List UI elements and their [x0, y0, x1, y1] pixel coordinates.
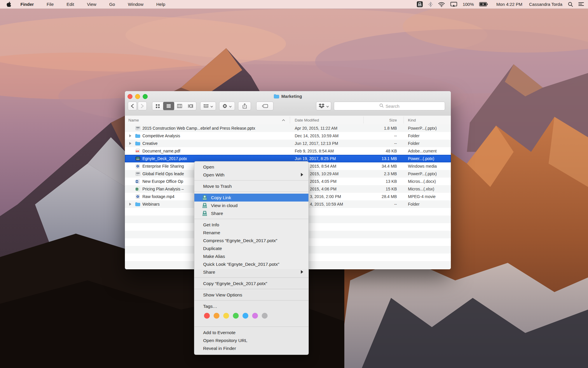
file-name: Pricing Plan Analysis – [142, 185, 184, 193]
menu-item-add-to-evernote[interactable]: Add to Evernote [194, 329, 308, 336]
file-size: 2.3 MB [329, 170, 397, 178]
menu-item-make-alias[interactable]: Make Alias [194, 252, 308, 260]
menu-item-reveal-in-finder[interactable]: Reveal in Finder [194, 344, 308, 352]
wifi-icon[interactable] [435, 0, 448, 8]
column-divider[interactable] [290, 117, 290, 124]
tag-color-dot-7[interactable] [262, 313, 268, 319]
file-kind: Folder [408, 132, 420, 140]
menu-item-copy-link[interactable]: Copy Link [194, 194, 308, 202]
egnyte-menubar-icon[interactable] [414, 0, 425, 8]
notification-center-icon[interactable] [576, 0, 588, 8]
file-kind: Micros...(.docx) [408, 178, 436, 185]
action-gear-button[interactable] [219, 102, 235, 110]
menu-item-duplicate[interactable]: Duplicate [194, 244, 308, 252]
tag-button[interactable] [256, 102, 273, 110]
folder-icon [135, 200, 141, 208]
menubar-item-window[interactable]: Window [128, 2, 143, 7]
menu-item-share[interactable]: Share [194, 268, 308, 276]
disclosure-triangle-icon[interactable] [129, 142, 131, 145]
file-name: Enterprise File Sharing [142, 162, 184, 170]
menu-separator [194, 192, 308, 192]
airplay-display-icon[interactable] [448, 0, 460, 8]
menu-item-copy-egnyte-deck-2017-potx[interactable]: Copy “Egnyte_Deck_2017.potx” [194, 280, 308, 287]
file-kind: PowerP...(.pptx) [408, 170, 437, 178]
file-size: 15 KB [329, 185, 397, 193]
menu-item-label: Make Alias [203, 254, 225, 259]
column-view-button[interactable] [174, 102, 185, 110]
menubar-item-view[interactable]: View [87, 2, 96, 7]
search-input[interactable]: Search [334, 102, 445, 110]
file-row-1[interactable]: 2015 Construction Web Camp...ebrief and … [125, 124, 451, 132]
menu-item-open[interactable]: Open [194, 163, 308, 171]
coverflow-view-button[interactable] [185, 102, 196, 110]
disclosure-triangle-icon[interactable] [129, 203, 131, 206]
menubar-user[interactable]: Cassandra Torda [526, 2, 565, 7]
window-title: Marketing [125, 91, 451, 101]
egnyte-icon [202, 202, 208, 209]
menu-item-label: Open Repository URL [203, 338, 247, 343]
file-size: 1.8 MB [329, 124, 397, 132]
group-by-button[interactable] [200, 102, 216, 110]
bluetooth-icon[interactable] [425, 0, 435, 8]
tag-color-dot-2[interactable] [214, 313, 219, 319]
menu-item-show-view-options[interactable]: Show View Options [194, 291, 308, 299]
back-button[interactable] [128, 102, 137, 110]
apple-menu-icon[interactable] [6, 1, 11, 7]
file-size: 13.1 MB [329, 155, 397, 162]
tag-color-dot-6[interactable] [252, 313, 258, 319]
share-button[interactable] [238, 102, 251, 110]
battery-percentage: 100% [460, 2, 476, 7]
menu-item-view-in-cloud[interactable]: View in cloud [194, 202, 308, 209]
list-view-button[interactable] [163, 102, 174, 110]
column-header-date-modified[interactable]: Date Modified [295, 116, 319, 124]
column-divider[interactable] [404, 117, 404, 124]
file-name: 2015 Construction Web Camp...ebrief and … [142, 124, 255, 132]
file-kind: Folder [408, 140, 420, 147]
tag-color-dot-4[interactable] [233, 313, 239, 319]
svg-text:X: X [136, 188, 138, 190]
menubar-item-file[interactable]: File [47, 2, 54, 7]
disclosure-triangle-icon[interactable] [129, 134, 131, 137]
menu-item-open-repository-url[interactable]: Open Repository URL [194, 336, 308, 344]
menubar-item-go[interactable]: Go [109, 2, 115, 7]
search-placeholder: Search [385, 104, 399, 109]
powerpoint-file-icon [135, 170, 141, 178]
menubar-clock[interactable]: Mon 4:22 PM [494, 2, 526, 7]
menu-item-tags[interactable]: Tags… [194, 302, 308, 310]
menu-item-move-to-trash[interactable]: Move to Trash [194, 182, 308, 190]
menu-item-label: Copy Link [211, 195, 231, 200]
column-header-size[interactable]: Size [329, 116, 397, 124]
menubar-item-help[interactable]: Help [156, 2, 165, 7]
column-header-name[interactable]: Name [128, 116, 139, 124]
dropbox-button[interactable] [316, 102, 331, 110]
sort-ascending-icon [282, 116, 285, 124]
file-row-2[interactable]: Competitive AnalysisDec 14, 2015, 10:59 … [125, 132, 451, 140]
menu-separator [194, 180, 308, 180]
file-name: Creative [142, 140, 158, 147]
file-kind: Micros...(.xlsx) [408, 185, 434, 193]
file-kind: Power...(.potx) [408, 155, 434, 162]
spotlight-search-icon[interactable] [565, 0, 576, 8]
menubar-item-finder[interactable]: Finder [20, 2, 34, 7]
pdf-file-icon: PDF [135, 147, 141, 155]
tag-color-dot-3[interactable] [223, 313, 229, 319]
svg-text:W: W [136, 180, 138, 183]
menu-item-get-info[interactable]: Get Info [194, 221, 308, 229]
tag-color-dot-5[interactable] [242, 313, 248, 319]
file-size: -- [329, 132, 397, 140]
forward-button[interactable] [138, 102, 147, 110]
menu-item-rename[interactable]: Rename [194, 229, 308, 237]
file-row-4[interactable]: PDFDocument_name.pdfFeb 9, 2015, 8:54 AM… [125, 147, 451, 155]
menu-item-share[interactable]: Share [194, 209, 308, 217]
file-kind: Folder [408, 200, 420, 208]
menu-item-quick-look-egnyte-deck-2017-potx[interactable]: Quick Look “Egnyte_Deck_2017.potx” [194, 260, 308, 268]
menu-item-open-with[interactable]: Open With [194, 171, 308, 179]
battery-icon[interactable] [477, 0, 494, 8]
file-row-3[interactable]: CreativeJun 12, 2017, 12:13 PM--Folder [125, 140, 451, 147]
tag-color-dot-1[interactable] [204, 313, 210, 319]
file-name: Egnyte_Deck_2017.potx [142, 155, 187, 162]
column-header-kind[interactable]: Kind [408, 116, 416, 124]
icon-view-button[interactable] [152, 102, 163, 110]
menubar-item-edit[interactable]: Edit [67, 2, 74, 7]
menu-item-compress-egnyte-deck-2017-potx[interactable]: Compress “Egnyte_Deck_2017.potx” [194, 237, 308, 244]
